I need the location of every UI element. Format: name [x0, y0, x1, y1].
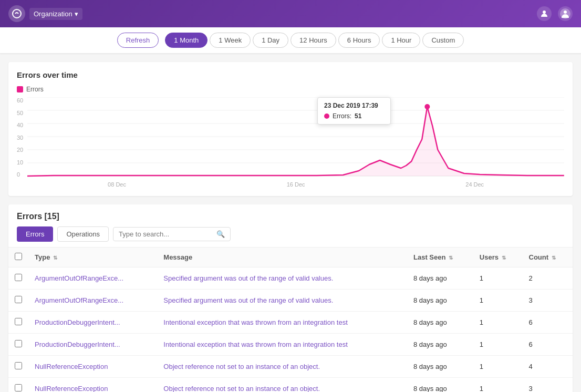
errors-table: Type ⇅ Message Last Seen ⇅ Users ⇅ Count…: [8, 247, 573, 392]
svg-point-0: [13, 9, 21, 18]
col-message: Message: [157, 247, 407, 267]
header-left: Organization ▾: [8, 5, 82, 22]
table-row: NullReferenceException Object reference …: [8, 378, 573, 393]
sort-count-icon[interactable]: ⇅: [552, 255, 556, 261]
table-row: ProductionDebuggerIntent... Intentional …: [8, 312, 573, 334]
row-message: Intentional exception that was thrown fr…: [157, 312, 407, 334]
tab-operations[interactable]: Operations: [57, 226, 109, 242]
chevron-down-icon: ▾: [75, 10, 78, 18]
row-count: 6: [523, 334, 573, 356]
row-count: 3: [523, 290, 573, 312]
message-link[interactable]: Intentional exception that was thrown fr…: [163, 341, 347, 348]
app-logo: [8, 5, 25, 22]
errors-count: 15: [47, 212, 57, 221]
select-all-checkbox[interactable]: [15, 253, 22, 260]
message-link[interactable]: Intentional exception that was thrown fr…: [163, 318, 347, 326]
row-checkbox-cell: [8, 356, 28, 378]
row-last-seen: 8 days ago: [407, 267, 473, 290]
chart-section: Errors over time Errors 0 10 20 30 40 50…: [8, 62, 573, 196]
svg-point-3: [564, 11, 567, 14]
row-message: Intentional exception that was thrown fr…: [157, 334, 407, 356]
type-link[interactable]: ArgumentOutOfRangeExce...: [35, 296, 123, 304]
time-btn-12hours[interactable]: 12 Hours: [290, 33, 336, 48]
table-scroll-area[interactable]: Type ⇅ Message Last Seen ⇅ Users ⇅ Count…: [8, 247, 573, 392]
table-row: ArgumentOutOfRangeExce... Specified argu…: [8, 267, 573, 290]
svg-point-1: [543, 11, 546, 14]
row-type: ProductionDebuggerIntent...: [28, 334, 157, 356]
row-message: Specified argument was out of the range …: [157, 267, 407, 290]
avatar[interactable]: [558, 6, 573, 21]
row-checkbox[interactable]: [15, 274, 22, 281]
row-users: 1: [473, 334, 523, 356]
message-link[interactable]: Object reference not set to an instance …: [163, 363, 320, 370]
svg-marker-11: [27, 107, 564, 176]
row-last-seen: 8 days ago: [407, 334, 473, 356]
row-type: ArgumentOutOfRangeExce...: [28, 267, 157, 290]
row-users: 1: [473, 267, 523, 290]
y-label-50: 50: [17, 110, 23, 116]
chart-legend: Errors: [17, 86, 564, 93]
table-row: ProductionDebuggerIntent... Intentional …: [8, 334, 573, 356]
row-message: Specified argument was out of the range …: [157, 290, 407, 312]
col-last-seen: Last Seen ⇅: [407, 247, 473, 267]
sort-lastseen-icon[interactable]: ⇅: [449, 255, 453, 261]
app-header: Organization ▾: [0, 0, 581, 27]
sort-type-icon[interactable]: ⇅: [53, 255, 57, 261]
org-selector[interactable]: Organization ▾: [29, 8, 82, 20]
message-link[interactable]: Specified argument was out of the range …: [163, 274, 333, 282]
row-last-seen: 8 days ago: [407, 290, 473, 312]
chart-title: Errors over time: [17, 70, 564, 79]
row-count: 6: [523, 312, 573, 334]
type-link[interactable]: ProductionDebuggerIntent...: [35, 341, 120, 348]
row-type: NullReferenceException: [28, 378, 157, 393]
row-checkbox-cell: [8, 312, 28, 334]
row-last-seen: 8 days ago: [407, 356, 473, 378]
type-link[interactable]: NullReferenceException: [35, 363, 108, 370]
y-label-30: 30: [17, 135, 23, 141]
row-checkbox[interactable]: [15, 384, 22, 391]
message-link[interactable]: Object reference not set to an instance …: [163, 385, 320, 392]
y-label-10: 10: [17, 159, 23, 166]
row-last-seen: 8 days ago: [407, 312, 473, 334]
row-message: Object reference not set to an instance …: [157, 356, 407, 378]
row-count: 2: [523, 267, 573, 290]
row-count: 4: [523, 356, 573, 378]
type-link[interactable]: NullReferenceException: [35, 385, 108, 392]
row-last-seen: 8 days ago: [407, 378, 473, 393]
time-btn-1hour[interactable]: 1 Hour: [382, 33, 420, 48]
time-btn-1week[interactable]: 1 Week: [210, 33, 251, 48]
refresh-button[interactable]: Refresh: [117, 33, 159, 48]
time-btn-1month[interactable]: 1 Month: [165, 33, 208, 48]
user-icon[interactable]: [537, 6, 552, 21]
y-label-20: 20: [17, 147, 23, 153]
y-label-40: 40: [17, 122, 23, 128]
y-label-0: 0: [17, 171, 23, 178]
row-type: ProductionDebuggerIntent...: [28, 312, 157, 334]
row-users: 1: [473, 378, 523, 393]
type-link[interactable]: ProductionDebuggerIntent...: [35, 318, 120, 326]
toolbar: Refresh 1 Month 1 Week 1 Day 12 Hours 6 …: [0, 27, 581, 54]
tab-errors[interactable]: Errors: [17, 226, 53, 242]
type-link[interactable]: ArgumentOutOfRangeExce...: [35, 274, 123, 282]
errors-section: Errors [15] Errors Operations 🔍 Type ⇅ M…: [8, 204, 573, 392]
row-checkbox[interactable]: [15, 340, 22, 347]
row-users: 1: [473, 290, 523, 312]
row-checkbox[interactable]: [15, 362, 22, 369]
sort-users-icon[interactable]: ⇅: [502, 255, 506, 261]
x-label-08dec: 08 Dec: [108, 181, 126, 188]
message-link[interactable]: Specified argument was out of the range …: [163, 296, 333, 304]
row-message: Object reference not set to an instance …: [157, 378, 407, 393]
time-btn-custom[interactable]: Custom: [422, 33, 464, 48]
col-count: Count ⇅: [523, 247, 573, 267]
row-checkbox[interactable]: [15, 318, 22, 325]
time-btn-6hours[interactable]: 6 Hours: [338, 33, 380, 48]
peak-dot: [425, 104, 430, 109]
row-type: NullReferenceException: [28, 356, 157, 378]
col-users: Users ⇅: [473, 247, 523, 267]
search-input[interactable]: [119, 230, 213, 238]
table-row: NullReferenceException Object reference …: [8, 356, 573, 378]
time-btn-1day[interactable]: 1 Day: [253, 33, 288, 48]
row-checkbox[interactable]: [15, 296, 22, 303]
row-type: ArgumentOutOfRangeExce...: [28, 290, 157, 312]
col-type: Type ⇅: [28, 247, 157, 267]
